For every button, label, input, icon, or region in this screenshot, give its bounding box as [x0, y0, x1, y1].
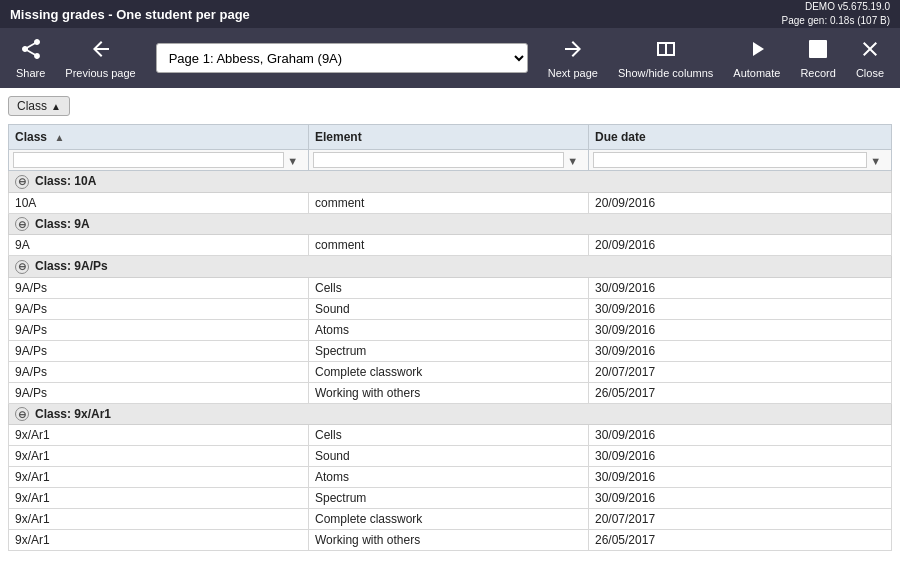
filter-duedate-icon[interactable]: ▼	[870, 155, 881, 167]
col-class-label: Class	[15, 130, 47, 144]
group-label-text: Class: 9A/Ps	[35, 259, 108, 273]
show-hide-columns-icon	[654, 37, 678, 64]
filter-duedate-input[interactable]	[593, 152, 867, 168]
automate-label: Automate	[733, 67, 780, 79]
table-row: 9x/Ar1Cells30/09/2016	[9, 425, 892, 446]
cell-element: Spectrum	[309, 340, 589, 361]
record-label: Record	[800, 67, 835, 79]
cell-element: comment	[309, 192, 589, 213]
filter-row: ▼ ▼ ▼	[9, 150, 892, 171]
cell-class: 9x/Ar1	[9, 509, 309, 530]
title-bar: Missing grades - One student per page DE…	[0, 0, 900, 28]
table-row: 9A/PsWorking with others26/05/2017	[9, 382, 892, 403]
previous-page-label: Previous page	[65, 67, 135, 79]
cell-class: 9x/Ar1	[9, 530, 309, 551]
close-button[interactable]: Close	[848, 32, 892, 84]
table-row: 9x/Ar1Sound30/09/2016	[9, 446, 892, 467]
record-button[interactable]: Record	[792, 32, 843, 84]
cell-duedate: 26/05/2017	[589, 382, 892, 403]
filter-class-icon[interactable]: ▼	[287, 155, 298, 167]
toolbar: Share Previous page Page 1: Abbess, Grah…	[0, 28, 900, 88]
cell-duedate: 30/09/2016	[589, 319, 892, 340]
content-area: Class ▲ Class ▲ Element Due date ▼	[0, 88, 900, 569]
cell-element: Cells	[309, 277, 589, 298]
sort-class-icon: ▲	[54, 132, 64, 143]
cell-duedate: 30/09/2016	[589, 488, 892, 509]
table-row: 10Acomment20/09/2016	[9, 192, 892, 213]
table-row: 9Acomment20/09/2016	[9, 235, 892, 256]
col-duedate-label: Due date	[595, 130, 646, 144]
cell-element: comment	[309, 235, 589, 256]
filter-element-icon[interactable]: ▼	[567, 155, 578, 167]
cell-element: Spectrum	[309, 488, 589, 509]
table-row: 9x/Ar1Working with others26/05/2017	[9, 530, 892, 551]
cell-class: 9A/Ps	[9, 298, 309, 319]
cell-class: 9x/Ar1	[9, 488, 309, 509]
cell-element: Complete classwork	[309, 361, 589, 382]
cell-duedate: 20/07/2017	[589, 361, 892, 382]
data-table: Class ▲ Element Due date ▼ ▼	[8, 124, 892, 551]
automate-button[interactable]: Automate	[725, 32, 788, 84]
cell-element: Working with others	[309, 382, 589, 403]
col-header-class[interactable]: Class ▲	[9, 125, 309, 150]
cell-duedate: 30/09/2016	[589, 446, 892, 467]
table-row: 9A/PsComplete classwork20/07/2017	[9, 361, 892, 382]
cell-element: Complete classwork	[309, 509, 589, 530]
collapse-icon[interactable]: ⊖	[15, 260, 29, 274]
cell-class: 9A/Ps	[9, 319, 309, 340]
cell-duedate: 20/09/2016	[589, 235, 892, 256]
cell-duedate: 20/07/2017	[589, 509, 892, 530]
page-gen-text: Page gen: 0.18s (107 B)	[782, 14, 890, 28]
cell-element: Cells	[309, 425, 589, 446]
group-row: ⊖Class: 10A	[9, 171, 892, 193]
previous-page-button[interactable]: Previous page	[57, 32, 143, 84]
close-label: Close	[856, 67, 884, 79]
cell-duedate: 30/09/2016	[589, 425, 892, 446]
col-element-label: Element	[315, 130, 362, 144]
cell-duedate: 26/05/2017	[589, 530, 892, 551]
table-row: 9A/PsSound30/09/2016	[9, 298, 892, 319]
next-page-button[interactable]: Next page	[540, 32, 606, 84]
col-header-element[interactable]: Element	[309, 125, 589, 150]
show-hide-label: Show/hide columns	[618, 67, 713, 79]
cell-element: Atoms	[309, 467, 589, 488]
filter-element-input[interactable]	[313, 152, 564, 168]
cell-element: Sound	[309, 446, 589, 467]
cell-duedate: 20/09/2016	[589, 192, 892, 213]
svg-rect-0	[809, 40, 827, 58]
cell-class: 10A	[9, 192, 309, 213]
page-title: Missing grades - One student per page	[10, 7, 250, 22]
cell-duedate: 30/09/2016	[589, 340, 892, 361]
collapse-icon[interactable]: ⊖	[15, 217, 29, 231]
collapse-icon[interactable]: ⊖	[15, 407, 29, 421]
cell-element: Sound	[309, 298, 589, 319]
group-row: ⊖Class: 9A/Ps	[9, 256, 892, 278]
table-row: 9A/PsAtoms30/09/2016	[9, 319, 892, 340]
share-button[interactable]: Share	[8, 32, 53, 84]
group-label-text: Class: 9x/Ar1	[35, 407, 111, 421]
cell-duedate: 30/09/2016	[589, 298, 892, 319]
table-row: 9A/PsCells30/09/2016	[9, 277, 892, 298]
group-button[interactable]: Class ▲	[8, 96, 70, 116]
show-hide-columns-button[interactable]: Show/hide columns	[610, 32, 721, 84]
col-header-duedate[interactable]: Due date	[589, 125, 892, 150]
record-icon	[806, 37, 830, 64]
cell-class: 9A/Ps	[9, 361, 309, 382]
cell-duedate: 30/09/2016	[589, 277, 892, 298]
table-row: 9x/Ar1Complete classwork20/07/2017	[9, 509, 892, 530]
table-header-row: Class ▲ Element Due date	[9, 125, 892, 150]
filter-class-input[interactable]	[13, 152, 284, 168]
page-select[interactable]: Page 1: Abbess, Graham (9A)	[156, 43, 528, 73]
cell-class: 9x/Ar1	[9, 467, 309, 488]
previous-page-icon	[89, 37, 113, 64]
group-label-text: Class: 9A	[35, 217, 90, 231]
share-icon	[19, 37, 43, 64]
group-row: ⊖Class: 9A	[9, 213, 892, 235]
group-arrow-icon: ▲	[51, 101, 61, 112]
group-row: ⊖Class: 9x/Ar1	[9, 403, 892, 425]
cell-class: 9A/Ps	[9, 382, 309, 403]
collapse-icon[interactable]: ⊖	[15, 175, 29, 189]
cell-class: 9A	[9, 235, 309, 256]
share-label: Share	[16, 67, 45, 79]
version-text: DEMO v5.675.19.0	[782, 0, 890, 14]
